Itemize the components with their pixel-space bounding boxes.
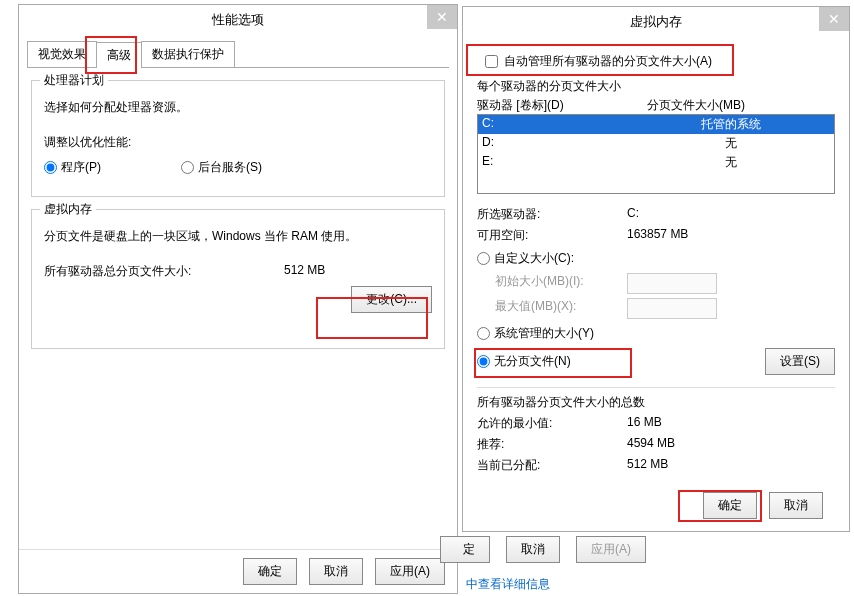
set-button[interactable]: 设置(S) <box>765 348 835 375</box>
radio-services-label: 后台服务(S) <box>198 159 262 176</box>
tabs: 视觉效果 高级 数据执行保护 <box>27 35 449 68</box>
radio-no-paging[interactable]: 无分页文件(N) <box>477 353 571 370</box>
min-value: 16 MB <box>627 415 662 432</box>
drive-row-d[interactable]: D: 无 <box>478 134 834 153</box>
each-drive-label: 每个驱动器的分页文件大小 <box>477 78 835 95</box>
under-ok-button[interactable]: 定 <box>440 536 490 563</box>
close-button[interactable]: ✕ <box>427 5 457 29</box>
selected-drive-value: C: <box>627 206 639 223</box>
drive-val: 无 <box>632 154 830 171</box>
vm-dialog-title: 虚拟内存 <box>630 13 682 31</box>
virtual-memory-group: 虚拟内存 分页文件是硬盘上的一块区域，Windows 当作 RAM 使用。 所有… <box>31 209 445 349</box>
under-apply-button[interactable]: 应用(A) <box>576 536 646 563</box>
drive-name: E: <box>482 154 632 171</box>
cur-label: 当前已分配: <box>477 457 627 474</box>
rec-value: 4594 MB <box>627 436 675 453</box>
avail-label: 可用空间: <box>477 227 627 244</box>
drive-val: 托管的系统 <box>632 116 830 133</box>
tab-dep[interactable]: 数据执行保护 <box>141 41 235 67</box>
proc-desc: 选择如何分配处理器资源。 <box>44 99 432 116</box>
max-size-label: 最大值(MB)(X): <box>477 298 627 319</box>
drive-row-e[interactable]: E: 无 <box>478 153 834 172</box>
details-link[interactable]: 中查看详细信息 <box>466 576 550 593</box>
max-size-input <box>627 298 717 319</box>
cur-value: 512 MB <box>627 457 668 474</box>
apply-button[interactable]: 应用(A) <box>375 558 445 585</box>
drive-list[interactable]: C: 托管的系统 D: 无 E: 无 <box>477 114 835 194</box>
drive-name: C: <box>482 116 632 133</box>
radio-programs[interactable]: 程序(P) <box>44 159 101 176</box>
radio-system-input[interactable] <box>477 327 490 340</box>
totals-header: 所有驱动器分页文件大小的总数 <box>477 394 835 411</box>
radio-custom-size[interactable]: 自定义大小(C): <box>477 250 835 267</box>
drive-header: 驱动器 [卷标](D) <box>477 97 647 114</box>
vm-total-value: 512 MB <box>284 263 325 280</box>
avail-value: 163857 MB <box>627 227 688 244</box>
auto-manage-checkbox[interactable]: 自动管理所有驱动器的分页文件大小(A) <box>477 45 835 78</box>
under-cancel-button[interactable]: 取消 <box>506 536 560 563</box>
init-size-input <box>627 273 717 294</box>
cancel-button[interactable]: 取消 <box>309 558 363 585</box>
group-legend-vm: 虚拟内存 <box>40 201 96 218</box>
change-button[interactable]: 更改(C)... <box>351 286 432 313</box>
radio-services[interactable]: 后台服务(S) <box>181 159 262 176</box>
dialog-title: 性能选项 <box>212 11 264 29</box>
ok-button[interactable]: 确定 <box>243 558 297 585</box>
group-legend: 处理器计划 <box>40 72 108 89</box>
init-size-label: 初始大小(MB)(I): <box>477 273 627 294</box>
radio-custom-label: 自定义大小(C): <box>494 250 574 267</box>
auto-manage-label: 自动管理所有驱动器的分页文件大小(A) <box>504 53 712 70</box>
tab-visual-effects[interactable]: 视觉效果 <box>27 41 97 67</box>
adjust-label: 调整以优化性能: <box>44 134 432 151</box>
drive-row-c[interactable]: C: 托管的系统 <box>478 115 834 134</box>
titlebar: 性能选项 ✕ <box>19 5 457 35</box>
selected-drive-label: 所选驱动器: <box>477 206 627 223</box>
tab-advanced[interactable]: 高级 <box>96 42 142 68</box>
vm-cancel-button[interactable]: 取消 <box>769 492 823 519</box>
vm-ok-button[interactable]: 确定 <box>703 492 757 519</box>
vm-total-label: 所有驱动器总分页文件大小: <box>44 263 284 280</box>
rec-label: 推荐: <box>477 436 627 453</box>
drive-name: D: <box>482 135 632 152</box>
auto-manage-input[interactable] <box>485 55 498 68</box>
radio-custom-input[interactable] <box>477 252 490 265</box>
drive-val: 无 <box>632 135 830 152</box>
virtual-memory-dialog: 虚拟内存 ✕ 自动管理所有驱动器的分页文件大小(A) 每个驱动器的分页文件大小 … <box>462 6 850 532</box>
radio-none-label: 无分页文件(N) <box>494 353 571 370</box>
radio-system-managed[interactable]: 系统管理的大小(Y) <box>477 325 835 342</box>
vm-desc: 分页文件是硬盘上的一块区域，Windows 当作 RAM 使用。 <box>44 228 432 245</box>
close-button-vm[interactable]: ✕ <box>819 7 849 31</box>
min-label: 允许的最小值: <box>477 415 627 432</box>
titlebar-vm: 虚拟内存 ✕ <box>463 7 849 37</box>
radio-services-input[interactable] <box>181 161 194 174</box>
radio-none-input[interactable] <box>477 355 490 368</box>
size-header: 分页文件大小(MB) <box>647 97 745 114</box>
radio-system-label: 系统管理的大小(Y) <box>494 325 594 342</box>
radio-programs-label: 程序(P) <box>61 159 101 176</box>
radio-programs-input[interactable] <box>44 161 57 174</box>
processor-scheduling-group: 处理器计划 选择如何分配处理器资源。 调整以优化性能: 程序(P) 后台服务(S… <box>31 80 445 197</box>
performance-options-dialog: 性能选项 ✕ 视觉效果 高级 数据执行保护 处理器计划 选择如何分配处理器资源。… <box>18 4 458 594</box>
